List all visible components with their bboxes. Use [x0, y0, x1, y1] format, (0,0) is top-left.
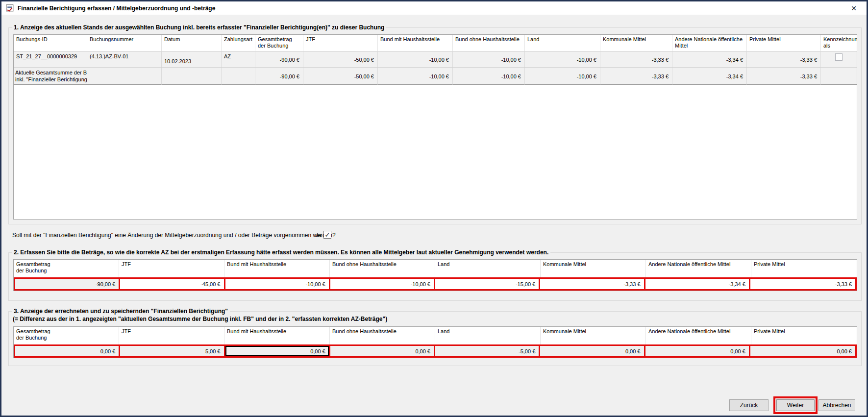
next-button-highlight: Weiter: [773, 396, 818, 414]
column-header-jtf: JTF: [303, 35, 378, 51]
column-header-gesamtbetrag: Gesamtbetrag der Buchung: [14, 327, 119, 344]
change-question-label: Soll mit der "Finanziellen Berichtigung"…: [12, 232, 336, 239]
booking-land-cell: -10,00 €: [525, 51, 600, 68]
jtf-result: 5,00 €: [120, 346, 225, 356]
column-header-kommunale: Kommunale Mittel: [541, 327, 646, 344]
sum-bund-ohne-cell: -10,00 €: [453, 68, 525, 85]
booking-number-cell: (4.13.)AZ-BV-01: [87, 51, 162, 68]
ja-label: Ja: [315, 232, 322, 239]
section1-title: 1. Anzeige des aktuellen Stands der ausg…: [12, 24, 386, 31]
column-header-kommunale: Kommunale Mittel: [541, 260, 646, 277]
sum-andere-nationale-cell: -3,34 €: [672, 68, 747, 85]
column-header-buchungsnummer: Buchungsnummer: [87, 35, 162, 51]
kommunale-input[interactable]: -3,33 €: [540, 279, 645, 289]
sum-kommunale-cell: -3,33 €: [600, 68, 672, 85]
bund-mit-input[interactable]: -10,00 €: [225, 279, 330, 289]
column-header-bund-ohne: Bund ohne Haushaltsstelle: [453, 35, 525, 51]
ja-checkbox[interactable]: ✓: [323, 231, 331, 239]
column-header-jtf: JTF: [119, 327, 224, 344]
column-header-jtf: JTF: [119, 260, 224, 277]
sum-gesamtbetrag-cell: -90,00 €: [255, 68, 303, 85]
booking-bund-mit-cell: -10,00 €: [378, 51, 453, 68]
column-header-buchungs-id: Buchungs-ID: [14, 35, 87, 51]
section1-groupbox: 1. Anzeige des aktuellen Stands der ausg…: [8, 27, 862, 224]
column-header-gesamtbetrag: Gesamtbetrag der Buchung: [14, 260, 119, 277]
booking-jtf-cell: -50,00 €: [303, 51, 378, 68]
column-header-zahlungsart: Zahlungsart: [222, 35, 255, 51]
back-button[interactable]: Zurück: [729, 399, 769, 411]
kommunale-result: 0,00 €: [540, 346, 645, 356]
column-header-land: Land: [435, 327, 541, 344]
column-header-bund-ohne: Bund ohne Haushaltsstelle: [330, 327, 435, 344]
kennzeichnung-checkbox[interactable]: [835, 53, 843, 61]
booking-gesamtbetrag-cell: -90,00 €: [255, 51, 303, 68]
dialog-window: Finanzielle Berichtigung erfassen / Mitt…: [0, 0, 868, 417]
next-button[interactable]: Weiter: [776, 399, 815, 411]
booking-kommunale-cell: -3,33 €: [600, 51, 672, 68]
column-header-bund-mit: Bund mit Haushaltsstelle: [224, 327, 330, 344]
andere-nationale-result: 0,00 €: [645, 346, 750, 356]
sum-jtf-cell: -50,00 €: [303, 68, 378, 85]
gesamtbetrag-result: 0,00 €: [15, 346, 120, 356]
window-title: Finanzielle Berichtigung erfassen / Mitt…: [18, 5, 215, 12]
booking-date-cell: 10.02.2023: [162, 51, 222, 68]
section3-subtitle: (= Differenz aus der in 1. angezeigten "…: [13, 316, 387, 322]
column-header-datum: Datum: [162, 35, 222, 51]
jtf-input[interactable]: -45,00 €: [120, 279, 225, 289]
booking-zahlungsart-cell: AZ: [222, 51, 255, 68]
column-header-land: Land: [525, 35, 600, 51]
bookings-table: Buchungs-ID Buchungsnummer Datum Zahlung…: [13, 34, 857, 220]
sum-land-cell: -10,00 €: [525, 68, 600, 85]
booking-bund-ohne-cell: -10,00 €: [453, 51, 525, 68]
correct-amounts-table: Gesamtbetrag der Buchung JTF Bund mit Ha…: [13, 259, 857, 291]
land-result: -5,00 €: [435, 346, 540, 356]
sum-empty-cell: [162, 68, 222, 85]
column-header-bund-mit: Bund mit Haushaltsstelle: [378, 35, 453, 51]
sum-empty-cell: [821, 68, 857, 85]
booking-private-cell: -3,33 €: [747, 51, 821, 68]
checkmark-icon: ✓: [325, 232, 330, 238]
sum-empty-cell: [222, 68, 255, 85]
correction-result-row: 0,00 € 5,00 € 0,00 € 0,00 € -5,00 € 0,00…: [14, 344, 857, 358]
land-input[interactable]: -15,00 €: [435, 279, 540, 289]
sum-bund-mit-cell: -10,00 €: [378, 68, 453, 85]
title-bar: Finanzielle Berichtigung erfassen / Mitt…: [1, 1, 867, 15]
column-header-kennzeichnung: Kennzeichnun als: [821, 35, 857, 51]
private-input[interactable]: -3,33 €: [750, 279, 855, 289]
column-header-private: Private Mittel: [751, 327, 857, 344]
column-header-andere-nationale: Andere Nationale öffentliche Mittel: [646, 260, 751, 277]
booking-kennzeichnung-cell: [821, 51, 857, 68]
andere-nationale-input[interactable]: -3,34 €: [645, 279, 750, 289]
close-button[interactable]: ✕: [847, 3, 861, 13]
column-header-bund-mit: Bund mit Haushaltsstelle: [224, 260, 330, 277]
column-header-kommunale: Kommunale Mittel: [600, 35, 672, 51]
section2-groupbox: 2. Erfassen Sie bitte die Beträge, so wi…: [8, 252, 862, 301]
section3-groupbox: 3. Anzeige der errechneten und zu speich…: [8, 311, 862, 366]
cancel-button[interactable]: Abbrechen: [818, 399, 855, 411]
close-icon: ✕: [851, 4, 857, 12]
sum-row-label: Aktuelle Gesamtsumme der Buchung inkl. "…: [14, 68, 87, 85]
private-result: 0,00 €: [750, 346, 855, 356]
app-icon: [6, 4, 14, 12]
column-header-private: Private Mittel: [751, 260, 857, 277]
correct-amounts-row: -90,00 € -45,00 € -10,00 € -10,00 € -15,…: [14, 277, 857, 291]
column-header-andere-nationale: Andere Nationale öffentliche Mittel: [672, 35, 747, 51]
booking-id-cell: ST_21_27__0000000329: [14, 51, 87, 68]
column-header-private: Private Mittel: [747, 35, 821, 51]
column-header-bund-ohne: Bund ohne Haushaltsstelle: [330, 260, 435, 277]
column-header-andere-nationale: Andere Nationale öffentliche Mittel: [646, 327, 751, 344]
bund-ohne-result: 0,00 €: [330, 346, 435, 356]
bund-mit-result[interactable]: 0,00 €: [225, 346, 330, 356]
section3-title: 3. Anzeige der errechneten und zu speich…: [12, 308, 230, 315]
section2-title: 2. Erfassen Sie bitte die Beträge, so wi…: [12, 249, 550, 256]
column-header-gesamtbetrag: Gesamtbetrag der Buchung: [255, 35, 303, 51]
booking-andere-nationale-cell: -3,34 €: [672, 51, 747, 68]
sum-empty-cell: [87, 68, 162, 85]
column-header-land: Land: [435, 260, 541, 277]
correction-result-table: Gesamtbetrag der Buchung JTF Bund mit Ha…: [13, 326, 857, 358]
sum-private-cell: -3,33 €: [747, 68, 821, 85]
gesamtbetrag-value: -90,00 €: [15, 279, 120, 289]
bund-ohne-input[interactable]: -10,00 €: [330, 279, 435, 289]
